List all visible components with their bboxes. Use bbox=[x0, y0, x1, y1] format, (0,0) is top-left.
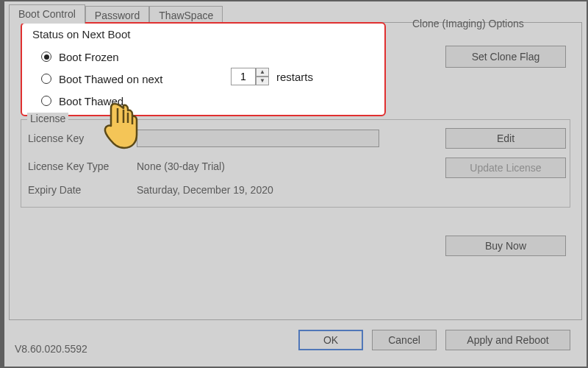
spinner-up-icon[interactable]: ▲ bbox=[256, 68, 269, 77]
radio-icon bbox=[41, 52, 51, 62]
edit-button[interactable]: Edit bbox=[445, 128, 566, 149]
group-license-legend: License bbox=[27, 113, 68, 124]
license-key-label: License Key bbox=[28, 132, 84, 144]
radio-boot-thawed[interactable]: Boot Thawed bbox=[41, 90, 163, 112]
spinner-down-icon[interactable]: ▼ bbox=[256, 77, 269, 85]
ok-button[interactable]: OK bbox=[298, 330, 363, 350]
version-label: V8.60.020.5592 bbox=[15, 343, 87, 355]
restarts-input[interactable]: 1 bbox=[231, 68, 256, 85]
tab-boot-control[interactable]: Boot Control bbox=[9, 4, 85, 24]
radio-boot-thawed-next[interactable]: Boot Thawed on next bbox=[41, 68, 163, 90]
license-key-input[interactable] bbox=[137, 130, 379, 147]
group-clone-legend: Clone (Imaging) Options bbox=[412, 18, 524, 29]
radio-icon bbox=[41, 74, 51, 84]
dialog-window: Boot Control Password ThawSpace Status o… bbox=[0, 0, 588, 368]
radio-label: Boot Thawed bbox=[59, 95, 123, 107]
cancel-button[interactable]: Cancel bbox=[372, 330, 437, 350]
radio-label: Boot Frozen bbox=[59, 51, 119, 63]
restarts-label: restarts bbox=[276, 71, 313, 83]
group-status-legend: Status on Next Boot bbox=[32, 28, 130, 40]
license-key-type-label: License Key Type bbox=[28, 160, 109, 172]
tab-thawspace[interactable]: ThawSpace bbox=[149, 6, 223, 24]
license-key-type-value: None (30-day Trial) bbox=[137, 160, 225, 172]
expiry-date-label: Expiry Date bbox=[28, 184, 81, 196]
update-license-button[interactable]: Update License bbox=[445, 158, 566, 178]
expiry-date-value: Saturday, December 19, 2020 bbox=[137, 184, 273, 196]
tab-password[interactable]: Password bbox=[85, 6, 149, 24]
set-clone-flag-button[interactable]: Set Clone Flag bbox=[445, 46, 566, 68]
radio-boot-frozen[interactable]: Boot Frozen bbox=[41, 46, 163, 68]
radio-label: Boot Thawed on next bbox=[59, 73, 163, 85]
group-status-next-boot: Status on Next Boot Boot Frozen Boot Tha… bbox=[21, 22, 386, 116]
buy-now-button[interactable]: Buy Now bbox=[445, 236, 566, 256]
apply-reboot-button[interactable]: Apply and Reboot bbox=[445, 330, 570, 350]
radio-icon bbox=[41, 96, 51, 106]
